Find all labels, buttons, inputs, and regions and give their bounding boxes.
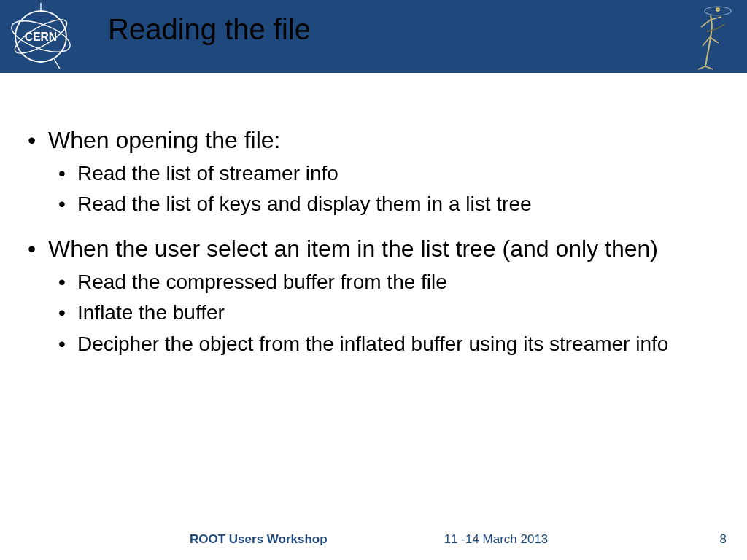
footer-venue: ROOT Users Workshop — [190, 532, 328, 547]
slide-title: Reading the file — [108, 13, 311, 46]
bullet-level2: Read the list of keys and display them i… — [28, 191, 719, 217]
bullet-level2: Read the compressed buffer from the file — [28, 269, 719, 295]
bullet-level1: When opening the file: — [28, 125, 719, 155]
root-figure-icon — [685, 2, 736, 71]
footer-date: 11 -14 March 2013 — [444, 532, 549, 547]
cern-logo-icon: CERN — [7, 3, 74, 70]
content-body: When opening the file: Read the list of … — [28, 109, 719, 357]
cern-logo: CERN — [7, 3, 74, 73]
bullet-level2: Decipher the object from the inflated bu… — [28, 331, 719, 357]
svg-point-6 — [716, 7, 720, 12]
cern-logo-text: CERN — [25, 31, 57, 43]
slide-title-wrap: Reading the file — [108, 13, 311, 46]
slide: CERN Reading the file When opening the f… — [0, 0, 747, 560]
root-logo — [681, 1, 740, 71]
bullet-level2: Inflate the buffer — [28, 300, 719, 326]
footer: ROOT Users Workshop 11 -14 March 2013 8 — [0, 532, 747, 547]
page-number: 8 — [720, 532, 727, 547]
bullet-level1: When the user select an item in the list… — [28, 234, 719, 263]
bullet-level2: Read the list of streamer info — [28, 160, 719, 187]
svg-line-4 — [54, 59, 59, 69]
